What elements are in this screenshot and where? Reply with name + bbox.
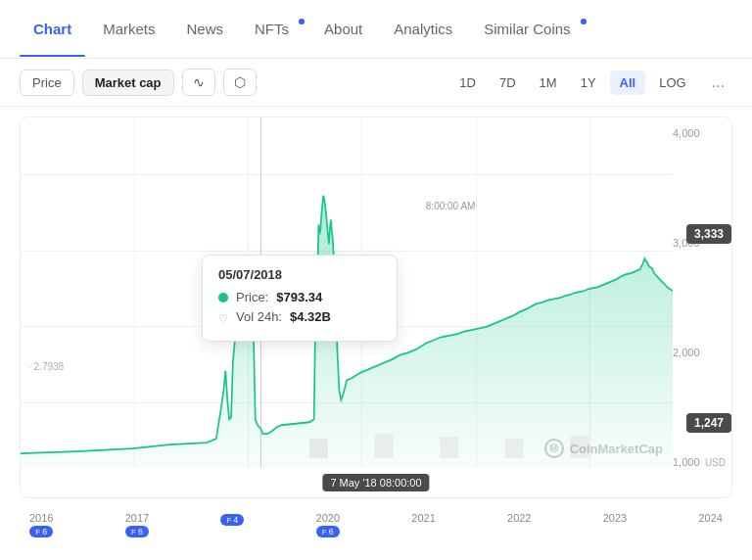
year-2022: 2022	[507, 512, 531, 524]
chart-tooltip: 05/07/2018 Price: $793.34 ♡ Vol 24h: $4.…	[202, 255, 398, 342]
marketcap-filter-button[interactable]: Market cap	[82, 70, 174, 96]
y-label-2000: 2,000	[673, 347, 726, 358]
time-all[interactable]: All	[610, 70, 646, 95]
svg-rect-4	[505, 439, 524, 458]
tooltip-vol-row: ♡ Vol 24h: $4.32B	[218, 309, 381, 324]
year-2017: 2017	[125, 512, 149, 524]
timeline-2017: 2017 F6	[125, 512, 149, 539]
more-options-button[interactable]: ...	[704, 69, 732, 96]
watermark: Ⓜ CoinMarketCap	[544, 439, 663, 458]
nfts-dot	[299, 19, 305, 24]
tooltip-date: 05/07/2018	[218, 267, 381, 282]
watermark-text: CoinMarketCap	[570, 442, 663, 456]
svg-rect-3	[440, 437, 458, 458]
timeline-2022: 2022	[507, 512, 531, 539]
top-value-badge: 3,333	[686, 224, 731, 244]
year-2023: 2023	[603, 512, 627, 524]
controls-bar: Price Market cap ∿ ⬡ 1D 7D 1M 1Y All LOG…	[0, 59, 752, 107]
timeline-2024: 2024	[698, 512, 722, 539]
timeline-2021: 2021	[411, 512, 435, 539]
watermark-logo: Ⓜ	[544, 439, 564, 458]
nav-chart[interactable]: Chart	[20, 13, 85, 45]
nav-nfts[interactable]: NFTs	[241, 13, 306, 45]
price-filter-button[interactable]: Price	[20, 70, 74, 96]
chart-container: 4,000 3,000 2,000 1,000 · 2.7938 3,333 1…	[20, 117, 732, 498]
timeline: 2016 F6 2017 F6 F4 2020 F6 2021 2022 202…	[0, 508, 752, 539]
tooltip-vol-value: $4.32B	[290, 309, 331, 324]
timeline-2016: 2016 F6	[29, 512, 53, 539]
tooltip-price-value: $793.34	[276, 290, 322, 304]
tooltip-price-row: Price: $793.34	[218, 290, 381, 304]
timeline-2023: 2023	[603, 512, 627, 539]
svg-rect-2	[375, 434, 394, 458]
tooltip-vol-icon: ♡	[218, 312, 228, 322]
time-range-buttons: 1D 7D 1M 1Y All LOG	[449, 70, 695, 95]
year-2020: 2020	[316, 512, 340, 524]
similar-coins-dot	[581, 19, 587, 24]
badge-2016: F6	[29, 526, 53, 537]
nav-similar-coins[interactable]: Similar Coins	[470, 13, 588, 45]
badge-2020: F6	[316, 526, 340, 537]
time-1m[interactable]: 1M	[530, 70, 567, 95]
bottom-value-badge: 1,247	[686, 413, 731, 433]
badge-2017: F6	[125, 526, 149, 537]
line-chart-button[interactable]: ∿	[182, 69, 215, 96]
candle-chart-button[interactable]: ⬡	[223, 69, 257, 96]
badge-2018: F4	[220, 514, 244, 526]
tooltip-vol-label: Vol 24h:	[236, 309, 282, 324]
timeline-2020: 2020 F6	[316, 512, 340, 539]
year-2016: 2016	[29, 512, 53, 524]
svg-rect-1	[309, 439, 328, 458]
time-log[interactable]: LOG	[649, 70, 695, 95]
tooltip-price-dot	[218, 293, 228, 303]
year-2024: 2024	[698, 512, 722, 524]
y-label-1000: 1,000	[673, 456, 726, 468]
time-7d[interactable]: 7D	[490, 70, 526, 95]
nav-news[interactable]: News	[173, 13, 238, 45]
time-1y[interactable]: 1Y	[571, 70, 606, 95]
y-label-4000: 4,000	[673, 127, 726, 139]
navigation-bar: Chart Markets News NFTs About Analytics …	[0, 0, 752, 59]
nav-markets[interactable]: Markets	[89, 13, 168, 45]
year-2021: 2021	[411, 512, 435, 524]
tooltip-price-label: Price:	[236, 290, 268, 304]
cursor-x-label: 7 May '18 08:00:00	[322, 474, 429, 491]
nav-about[interactable]: About	[310, 13, 376, 45]
nav-analytics[interactable]: Analytics	[380, 13, 466, 45]
time-marker: 8:00:00 AM	[426, 201, 476, 211]
time-1d[interactable]: 1D	[449, 70, 486, 95]
min-value-label: · 2.7938	[28, 361, 64, 372]
timeline-2018: F4	[220, 512, 244, 539]
